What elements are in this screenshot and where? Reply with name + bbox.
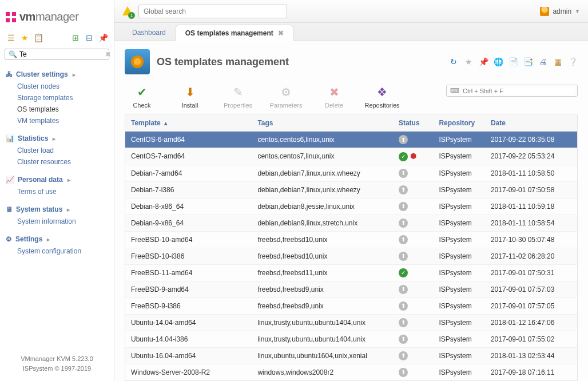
table-row[interactable]: CentOS-6-amd64centos,centos6,linux,unix⬆… [125, 132, 577, 148]
toolbar-search-input[interactable] [463, 88, 574, 94]
delete-icon: ✖ [327, 85, 341, 100]
table-row[interactable]: Windows-Server-2008-R2windows,windows200… [125, 364, 577, 380]
tool-check[interactable]: ✔Check [125, 85, 159, 109]
global-search-input[interactable] [138, 5, 287, 18]
page-icon [125, 49, 150, 74]
star-icon[interactable]: ★ [463, 57, 474, 67]
cell-template: CentOS-7-amd64 [125, 148, 252, 165]
nav-section-system-status[interactable]: 🖥System status▸ [0, 203, 114, 216]
cell-repo: ISPsystem [433, 165, 485, 181]
install-icon: ⬇ [182, 85, 197, 100]
col-repository[interactable]: Repository [433, 115, 485, 132]
star-icon[interactable]: ★ [19, 33, 30, 43]
table-row[interactable]: FreeBSD-10-amd64freebsd,freebsd10,unix⬆I… [125, 231, 577, 248]
status-update-icon: ⬆ [399, 235, 408, 244]
cell-tags: freebsd,freebsd10,unix [252, 231, 393, 248]
table-row[interactable]: Ubuntu-14.04-amd64linux,trusty,ubuntu,ub… [125, 314, 577, 331]
nav-item-terms-of-use[interactable]: Terms of use [0, 186, 114, 197]
nav-item-system-information[interactable]: System information [0, 216, 114, 227]
avatar-icon [540, 7, 549, 16]
col-template[interactable]: Template▲ [125, 115, 252, 132]
cell-repo: ISPsystem [433, 314, 485, 331]
table-row[interactable]: FreeBSD-10-i386freebsd,freebsd10,unix⬆IS… [125, 248, 577, 264]
tool-delete: ✖Delete [317, 85, 351, 109]
pin-icon[interactable]: 📌 [98, 33, 108, 43]
table-row[interactable]: Debian-7-amd64debian,debian7,linux,unix,… [125, 165, 577, 181]
nav-section-personal-data[interactable]: 📈Personal data▸ [0, 173, 114, 186]
nav-section-cluster-settings[interactable]: 🖧Cluster settings▸ [0, 68, 114, 81]
nav-section-statistics[interactable]: 📊Statistics▸ [0, 132, 114, 145]
print-icon[interactable]: 🖨 [538, 57, 548, 67]
list-icon[interactable]: ☰ [6, 33, 16, 43]
toolbar-search[interactable]: ⌨ [446, 85, 578, 97]
doc-icon[interactable]: 📄 [508, 57, 518, 67]
status-update-icon: ⬆ [399, 202, 408, 211]
tab-os-templates-management[interactable]: OS templates management✖ [176, 25, 293, 41]
tool-install[interactable]: ⬇Install [173, 85, 207, 109]
clear-icon[interactable]: ✖ [105, 50, 111, 58]
gear-icon: ⚙ [6, 235, 12, 243]
chevron-right-icon: ▸ [67, 207, 70, 213]
table-row[interactable]: Ubuntu-16.04-amd64linux,ubuntu,ubuntu160… [125, 347, 577, 364]
tab-dashboard[interactable]: Dashboard [122, 24, 176, 41]
sidebar-search-input[interactable] [19, 50, 105, 58]
tool-parameters: ⚙Parameters [269, 85, 303, 109]
nav-item-os-templates[interactable]: OS templates [0, 104, 114, 115]
help-icon[interactable]: ❔ [567, 57, 578, 67]
nav-item-cluster-nodes[interactable]: Cluster nodes [0, 81, 114, 92]
globe-icon[interactable]: 🌐 [493, 57, 503, 67]
sidebar-search[interactable]: 🔍 ✖ [5, 49, 109, 60]
grid-icon[interactable]: ▦ [553, 57, 563, 67]
nav-item-storage-templates[interactable]: Storage templates [0, 92, 114, 104]
table-row[interactable]: FreeBSD-9-i386freebsd,freebsd9,unix⬆ISPs… [125, 297, 577, 314]
pin-icon[interactable]: 📌 [478, 57, 488, 67]
cell-status: ⬆ [393, 297, 433, 314]
cell-repo: ISPsystem [433, 297, 485, 314]
cell-tags: debian,debian9,linux,stretch,unix [252, 215, 393, 231]
tool-repositories[interactable]: ❖Repositories [365, 85, 399, 109]
grid[interactable]: Template▲TagsStatusRepositoryDate CentOS… [125, 115, 578, 381]
cell-status: ⬆ [393, 248, 433, 264]
user-name: admin [553, 7, 571, 15]
table-row[interactable]: Debian-7-i386debian,debian7,linux,unix,w… [125, 181, 577, 198]
close-icon[interactable]: ✖ [278, 29, 284, 37]
cell-date: 2017-09-01 07:55:02 [485, 331, 577, 347]
col-date[interactable]: Date [485, 115, 577, 132]
nav-item-cluster-load[interactable]: Cluster load [0, 145, 114, 156]
nav-item-system-configuration[interactable]: System configuration [0, 245, 114, 257]
nav-item-cluster-resources[interactable]: Cluster resources [0, 156, 114, 168]
table-row[interactable]: Debian-8-x86_64debian,debian8,jessie,lin… [125, 198, 577, 215]
footer-version: VMmanager KVM 5.223.0 [6, 354, 108, 364]
plus-box-icon[interactable]: ⊞ [70, 33, 81, 43]
table-row[interactable]: Debian-9-x86_64debian,debian9,linux,stre… [125, 215, 577, 231]
status-ok-icon: ✓ [399, 152, 408, 161]
nav-item-vm-templates[interactable]: VM templates [0, 115, 114, 126]
status-update-icon: ⬆ [399, 351, 408, 360]
table-row[interactable]: CentOS-7-amd64centos,centos7,linux,unix✓… [125, 148, 577, 165]
cell-repo: ISPsystem [433, 347, 485, 364]
global-search[interactable] [138, 5, 287, 18]
cluster-icon: 🖧 [6, 70, 13, 78]
cell-repo: ISPsystem [433, 148, 485, 165]
user-menu[interactable]: admin ▼ [540, 7, 580, 16]
cell-repo: ISPsystem [433, 181, 485, 198]
status-update-icon: ⬆ [399, 368, 408, 377]
status-update-icon: ⬆ [399, 169, 408, 178]
cell-repo: ISPsystem [433, 231, 485, 248]
person-icon: 📈 [6, 176, 14, 184]
refresh-icon[interactable]: ↻ [448, 57, 459, 67]
col-tags[interactable]: Tags [252, 115, 393, 132]
table-row[interactable]: FreeBSD-9-amd64freebsd,freebsd9,unix⬆ISP… [125, 281, 577, 297]
minus-box-icon[interactable]: ⊟ [84, 33, 94, 43]
nav-section-settings[interactable]: ⚙Settings▸ [0, 233, 114, 245]
tabstrip: DashboardOS templates management✖ [114, 23, 588, 41]
cell-tags: debian,debian8,jessie,linux,unix [252, 198, 393, 215]
table-row[interactable]: Ubuntu-14.04-i386linux,trusty,ubuntu,ubu… [125, 331, 577, 347]
doc2-icon[interactable]: 📑 [523, 57, 533, 67]
cell-template: Ubuntu-14.04-amd64 [125, 314, 252, 331]
alert-badge[interactable]: 1 [122, 6, 133, 17]
table-row[interactable]: FreeBSD-11-amd64freebsd,freebsd11,unix✓I… [125, 264, 577, 281]
clipboard-icon[interactable]: 📋 [33, 33, 43, 43]
tool-label: Delete [325, 102, 343, 109]
col-status[interactable]: Status [393, 115, 433, 132]
